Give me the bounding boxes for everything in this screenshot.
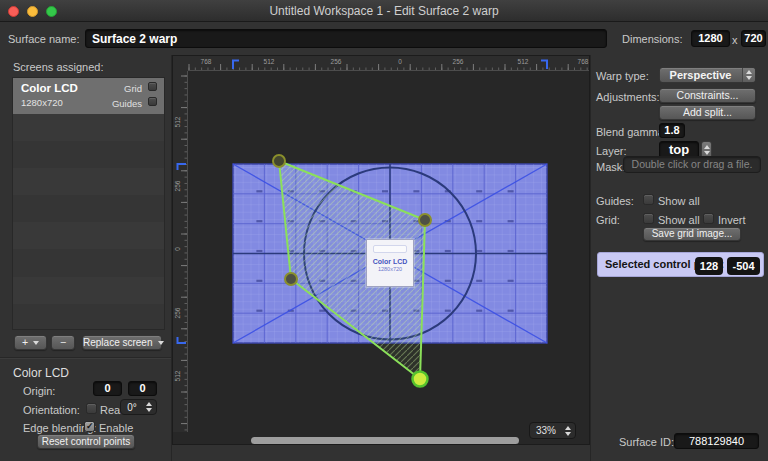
dimensions-width-field[interactable]: 1280	[691, 30, 730, 47]
screen-list-empty-row	[13, 168, 164, 195]
pattern-screen-resolution: 1280x720	[367, 266, 413, 272]
grid-show-all-label: Show all	[658, 214, 700, 226]
warp-type-popup[interactable]: Perspective	[659, 67, 756, 83]
rotation-stepper[interactable]: 0°	[120, 399, 157, 415]
zoom-level-stepper[interactable]: 33%	[529, 422, 576, 439]
zoom-level-value: 33%	[530, 423, 562, 438]
remove-screen-label: −	[60, 336, 66, 348]
guides-show-all-checkbox[interactable]	[643, 194, 654, 205]
screen-list-empty-row	[13, 141, 164, 168]
selected-point-x-field[interactable]: 128	[695, 257, 723, 275]
stepper-arrows-icon[interactable]	[144, 400, 154, 414]
invert-checkbox[interactable]	[703, 213, 714, 224]
replace-screen-label: Replace screen	[83, 337, 152, 348]
guides-label: Guides:	[596, 195, 634, 207]
surface-id-label: Surface ID:	[619, 436, 674, 448]
dimensions-height-field[interactable]: 720	[741, 30, 766, 47]
mask-label: Mask:	[596, 161, 625, 173]
warp-control-point-left[interactable]	[285, 273, 297, 285]
orientation-label: Orientation:	[23, 404, 80, 416]
ruler-h-label: 0	[398, 58, 402, 65]
selected-control-point-box: Selected control point: 128 -504	[597, 252, 764, 277]
add-split-button[interactable]: Add split...	[659, 105, 756, 120]
origin-x-field[interactable]: 0	[93, 381, 122, 396]
ruler-v-label: 0	[174, 247, 181, 251]
ruler-h-label: 512	[518, 58, 529, 65]
ruler-h-label: 256	[331, 58, 342, 65]
rear-checkbox[interactable]	[86, 403, 97, 414]
add-screen-label: +	[22, 336, 28, 348]
surface-name-label: Surface name:	[8, 33, 80, 45]
mask-drop-field[interactable]: Double click or drag a file.	[623, 156, 761, 173]
screen-list-empty-row	[13, 222, 164, 249]
ruler-h-label: 512	[264, 58, 275, 65]
warp-editor-canvas[interactable]: 76851225602565127685122560256512 Color L…	[172, 55, 590, 445]
guides-row-label: Guides	[112, 98, 142, 109]
blend-gamma-field[interactable]: 1.8	[659, 123, 685, 138]
warp-settings-panel: Warp type: Perspective Adjustments: Cons…	[590, 55, 768, 461]
warp-control-point-bottom-selected[interactable]	[413, 372, 428, 387]
save-grid-image-button[interactable]: Save grid image...	[643, 227, 741, 241]
screen-list-empty-row	[13, 304, 164, 330]
traffic-lights	[8, 0, 57, 22]
ruler-v-label: 512	[174, 116, 181, 127]
ruler-v-label: 256	[174, 307, 181, 318]
screen-resolution: 1280x720	[21, 97, 63, 108]
pattern-mini-swatch	[373, 245, 407, 253]
origin-label: Origin:	[23, 385, 55, 397]
ruler-v-label: 512	[174, 370, 181, 381]
ruler-h-label: 768	[201, 58, 212, 65]
horizontal-scrollbar[interactable]	[251, 437, 519, 444]
title-bar: Untitled Workspace 1 - Edit Surface 2 wa…	[0, 0, 768, 22]
ruler-v-label: 256	[174, 180, 181, 191]
warp-type-label: Warp type:	[596, 70, 649, 82]
guides-row-checkbox[interactable]	[148, 97, 157, 106]
ruler-h-label: 768	[578, 58, 589, 65]
screen-name: Color LCD	[21, 82, 78, 94]
guides-show-all-label: Show all	[658, 195, 700, 207]
screen-list-empty-row	[13, 249, 164, 276]
chevron-down-icon	[33, 341, 39, 345]
constraints-button[interactable]: Constraints...	[659, 88, 756, 103]
pattern-screen-name: Color LCD	[367, 258, 413, 265]
screens-panel: Screens assigned: Color LCD 1280x720 Gri…	[0, 55, 172, 461]
warp-control-point-right[interactable]	[419, 214, 431, 226]
screen-list-empty-row	[13, 195, 164, 222]
remove-screen-button[interactable]: −	[51, 335, 75, 350]
add-screen-button[interactable]: +	[14, 335, 47, 350]
stepper-arrows-icon[interactable]	[562, 423, 573, 438]
enable-checkbox[interactable]	[84, 421, 95, 432]
top-bar: Surface name: Dimensions: 1280 x 720	[0, 22, 768, 55]
chevron-down-icon	[158, 341, 164, 345]
grid-row-checkbox[interactable]	[148, 82, 157, 91]
enable-label: Enable	[99, 422, 133, 434]
reset-control-points-button[interactable]: Reset control points	[37, 434, 135, 449]
minimize-button[interactable]	[27, 6, 38, 17]
surface-id-value: 788129840	[674, 433, 759, 449]
pattern-center-label: Color LCD 1280x720	[366, 239, 414, 287]
window-title: Untitled Workspace 1 - Edit Surface 2 wa…	[0, 4, 768, 18]
warp-control-point-top-left[interactable]	[273, 155, 285, 167]
app-window: Untitled Workspace 1 - Edit Surface 2 wa…	[0, 0, 768, 461]
screens-assigned-label: Screens assigned:	[13, 61, 104, 73]
section-divider	[0, 357, 171, 358]
screen-list-item-color-lcd[interactable]: Color LCD 1280x720 Grid Guides	[13, 78, 164, 114]
selected-point-y-field[interactable]: -504	[727, 257, 760, 275]
blend-gamma-label: Blend gamma:	[596, 126, 667, 138]
origin-y-field[interactable]: 0	[128, 381, 157, 396]
grid-show-all-checkbox[interactable]	[643, 213, 654, 224]
layer-label: Layer:	[596, 145, 627, 157]
surface-name-input[interactable]	[85, 29, 607, 48]
dimensions-label: Dimensions:	[622, 33, 683, 45]
screen-list-empty-row	[13, 277, 164, 304]
grid-row-label: Grid	[124, 83, 142, 94]
screen-list[interactable]: Color LCD 1280x720 Grid Guides	[12, 77, 165, 330]
replace-screen-dropdown[interactable]: Replace screen	[82, 335, 162, 350]
close-button[interactable]	[8, 6, 19, 17]
screen-settings-title: Color LCD	[13, 366, 69, 380]
popup-arrows-icon	[742, 68, 755, 82]
maximize-button[interactable]	[46, 6, 57, 17]
warp-type-value: Perspective	[660, 68, 741, 82]
adjustments-label: Adjustments:	[596, 91, 660, 103]
screen-list-empty-row	[13, 114, 164, 141]
